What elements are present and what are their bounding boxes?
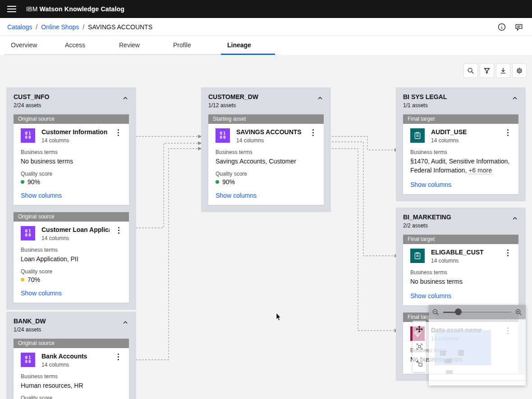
overflow-menu-icon[interactable] [504, 128, 511, 144]
settings-button[interactable] [512, 63, 527, 78]
asset-card-bank-accounts[interactable]: 01 00 Bank Accounts 14 columns Business … [14, 348, 129, 399]
chevron-up-icon[interactable] [122, 319, 129, 326]
lineage-minimap[interactable] [429, 305, 526, 385]
fit-to-screen-icon[interactable] [414, 341, 425, 352]
asset-card-customer-information[interactable]: 01 00 Customer Information 14 columns Bu… [14, 124, 129, 205]
lineage-toolbar [463, 63, 527, 78]
group-asset-count: 2/24 assets [14, 102, 49, 109]
tab-access[interactable]: Access [59, 36, 113, 55]
quality-dot [21, 180, 24, 184]
more-terms-link[interactable]: +6 more [468, 167, 492, 174]
mouse-cursor [276, 313, 282, 322]
chevron-up-icon[interactable] [511, 215, 518, 222]
show-columns-link[interactable]: Show columns [410, 292, 451, 299]
overflow-menu-icon[interactable] [504, 249, 511, 264]
filter-button[interactable] [480, 63, 494, 78]
breadcrumb-separator: / [36, 23, 37, 31]
asset-card-audit-use[interactable]: AUDIT_USE 14 columns Business terms §147… [403, 124, 518, 194]
overflow-menu-icon[interactable] [309, 128, 316, 144]
asset-name: ELIGABLE_CUST [431, 249, 484, 256]
group-title: CUST_INFO [14, 93, 49, 101]
tab-overview[interactable]: Overview [5, 36, 59, 55]
role-band: Final target [403, 235, 518, 244]
zoom-slider-handle[interactable] [455, 308, 462, 315]
search-icon [467, 67, 474, 74]
business-terms-value: §1470, Audit, Sensitive Information, Fed… [410, 158, 509, 174]
minimap-viewport[interactable] [435, 330, 491, 365]
search-button[interactable] [463, 63, 478, 78]
tab-bar: Overview Access Review Profile Lineage [0, 36, 532, 55]
minimap-body[interactable] [429, 319, 526, 380]
chevron-up-icon[interactable] [511, 95, 518, 102]
lineage-group-bi-sys-legal: BI SYS LEGAL 1/1 assets Final target AUD… [396, 87, 526, 201]
asset-columns: 14 columns [41, 361, 87, 368]
chevron-up-icon[interactable] [122, 95, 129, 102]
tab-review[interactable]: Review [113, 36, 167, 55]
tab-lineage[interactable]: Lineage [221, 36, 275, 55]
data-asset-icon: 01 00 [21, 128, 35, 143]
lineage-canvas[interactable]: CUST_INFO 2/24 assets Original source 01… [0, 55, 532, 399]
expand-diagonal-icon[interactable] [414, 358, 425, 369]
breadcrumb-row: Catalogs / Online Shops / SAVINGS ACCOUN… [0, 18, 532, 36]
zoom-in-icon[interactable] [515, 308, 523, 316]
overflow-menu-icon[interactable] [115, 128, 122, 144]
show-columns-link[interactable]: Show columns [410, 181, 451, 188]
role-band: Starting asset [208, 114, 324, 124]
group-title: CUSTOMER_DW [208, 93, 258, 101]
chevron-up-icon[interactable] [316, 95, 324, 102]
menu-icon[interactable] [7, 6, 16, 12]
overflow-menu-icon[interactable] [115, 353, 122, 368]
asset-columns: 14 columns [41, 137, 107, 144]
pan-move-icon[interactable] [414, 324, 425, 335]
quality-score-label: Quality score [21, 170, 122, 177]
data-asset-icon: 01 00 [21, 353, 35, 367]
business-terms-label: Business terms [21, 149, 122, 156]
report-asset-icon [410, 128, 425, 143]
group-asset-count: 1/1 assets [403, 102, 447, 109]
business-terms-label: Business terms [21, 246, 122, 254]
role-band: Original source [14, 114, 129, 124]
minimap-footer [429, 374, 526, 380]
asset-card-savings-accounts[interactable]: 01 00 SAVINGS ACCOUNTS 14 columns Busine… [208, 124, 324, 205]
business-terms-label: Business terms [410, 269, 511, 276]
brand-name: Watson Knowledge Catalog [40, 5, 125, 13]
show-columns-link[interactable]: Show columns [21, 192, 62, 199]
group-title: BI SYS LEGAL [403, 93, 447, 101]
asset-name: AUDIT_USE [431, 128, 467, 136]
download-button[interactable] [496, 63, 510, 78]
group-title: BI_MARKETING [403, 213, 451, 221]
business-terms-value: Loan Application, PII [21, 254, 122, 263]
overflow-menu-icon[interactable] [116, 226, 122, 242]
data-asset-icon: 01 00 [21, 226, 35, 240]
group-asset-count: 1/12 assets [208, 102, 258, 109]
role-band: Original source [14, 212, 129, 222]
zoom-out-icon[interactable] [432, 308, 440, 316]
business-terms-label: Business terms [216, 149, 316, 156]
role-band: Final target [403, 114, 518, 124]
group-asset-count: 1/24 assets [14, 326, 46, 333]
group-asset-count: 2/2 assets [403, 222, 451, 229]
quality-dot [21, 278, 24, 281]
zoom-slider-bar [429, 305, 526, 319]
role-band: Original source [14, 339, 129, 348]
asset-card-customer-loan-application[interactable]: 01 00 Customer Loan Applicatio... 14 col… [14, 222, 129, 303]
zoom-slider-track[interactable] [443, 312, 511, 313]
quality-score-label: Quality score [21, 394, 122, 399]
tab-profile[interactable]: Profile [167, 36, 221, 55]
business-terms-value: No business terms [410, 277, 511, 286]
asset-columns: 14 columns [431, 257, 484, 264]
data-asset-icon: 01 00 [216, 128, 230, 143]
information-icon[interactable] [498, 23, 506, 31]
asset-name: SAVINGS ACCOUNTS [236, 128, 302, 136]
breadcrumb-online-shops[interactable]: Online Shops [41, 23, 79, 31]
asset-card-eligable-cust[interactable]: ELIGABLE_CUST 14 columns Business terms … [403, 244, 518, 305]
breadcrumb-current: SAVINGS ACCOUNTS [88, 23, 152, 31]
show-columns-link[interactable]: Show columns [216, 192, 257, 199]
business-terms-value: Savings Accounts, Customer [216, 157, 316, 166]
show-columns-link[interactable]: Show columns [21, 290, 62, 297]
feedback-icon[interactable] [515, 23, 523, 31]
breadcrumb-catalogs[interactable]: Catalogs [7, 23, 32, 31]
graph-controls-toolbar [413, 321, 426, 372]
filter-icon [483, 67, 491, 74]
lineage-group-customer-dw: CUSTOMER_DW 1/12 assets Starting asset 0… [201, 87, 331, 212]
